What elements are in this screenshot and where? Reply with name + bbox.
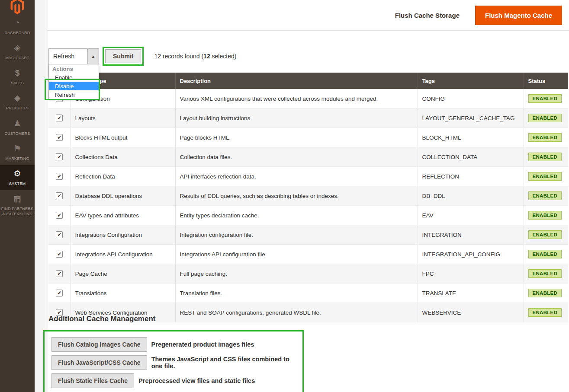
row-checkbox[interactable]: ✔ bbox=[56, 192, 63, 199]
row-checkbox[interactable]: ✔ bbox=[56, 173, 63, 180]
sales-icon: $ bbox=[15, 69, 20, 78]
sidebar-item-label: MAGICCART bbox=[5, 55, 29, 61]
table-row: ✔ Integrations API Configuration Integra… bbox=[48, 245, 568, 264]
mass-action-dropdown: Actions Enable Disable Refresh bbox=[48, 64, 99, 99]
records-found-text: 12 records found (12 selected) bbox=[154, 53, 236, 60]
description-cell: Various XML configurations that were col… bbox=[175, 89, 418, 108]
table-row: ✔ Reflection Data API interfaces reflect… bbox=[48, 167, 568, 186]
column-header-status: Status bbox=[524, 73, 568, 89]
status-badge: ENABLED bbox=[528, 211, 562, 220]
description-cell: Full page caching. bbox=[175, 264, 418, 284]
flush-catalog-images-cache-button[interactable]: Flush Catalog Images Cache bbox=[51, 337, 147, 352]
column-header-description: Description bbox=[175, 73, 418, 89]
status-badge: ENABLED bbox=[528, 153, 562, 161]
row-checkbox[interactable]: ✔ bbox=[56, 270, 63, 277]
sidebar-item-label: FIND PARTNERS & EXTENSIONS bbox=[1, 206, 34, 217]
status-badge: ENABLED bbox=[528, 250, 562, 258]
dropdown-option-disable[interactable]: Disable bbox=[49, 82, 99, 90]
sidebar-item-label: DASHBOARD bbox=[5, 30, 30, 35]
sidebar-item-marketing[interactable]: ⚑ MARKETING bbox=[0, 140, 35, 165]
column-header-tags: Tags bbox=[418, 73, 524, 89]
row-checkbox[interactable]: ✔ bbox=[56, 115, 63, 121]
records-count: 12 bbox=[154, 53, 161, 60]
sidebar-item-customers[interactable]: ♟ CUSTOMERS bbox=[0, 115, 35, 140]
row-checkbox[interactable]: ✔ bbox=[56, 290, 63, 296]
magento-logo[interactable] bbox=[10, 0, 24, 14]
table-row: ✔ Database DDL operations Results of DDL… bbox=[48, 186, 568, 206]
additional-cache-annotation-box: Flush Catalog Images Cache Pregenerated … bbox=[43, 330, 304, 392]
magiccart-icon: ◈ bbox=[14, 44, 21, 53]
description-cell: Entity types declaration cache. bbox=[175, 206, 418, 225]
flush-catalog-images-row: Flush Catalog Images Cache Pregenerated … bbox=[51, 337, 296, 352]
customers-icon: ♟ bbox=[13, 119, 21, 129]
extensions-icon: ▦ bbox=[13, 194, 21, 204]
table-row: ✔ Translations Translation files. TRANSL… bbox=[48, 284, 568, 303]
dropdown-group-label: Actions bbox=[49, 64, 99, 73]
selected-label: selected) bbox=[210, 53, 237, 60]
tags-cell: EAV bbox=[418, 206, 524, 225]
sidebar-item-dashboard[interactable]: ◔ DASHBOARD bbox=[0, 14, 35, 39]
flush-catalog-images-description: Pregenerated product images files bbox=[151, 341, 254, 348]
table-row: ✔ Page Cache Full page caching. FPC ENAB… bbox=[48, 264, 568, 284]
status-badge: ENABLED bbox=[528, 191, 562, 200]
tags-cell: DB_DDL bbox=[418, 186, 524, 206]
select-arrow-icon[interactable]: ▲ bbox=[87, 49, 99, 64]
flush-js-css-row: Flush JavaScript/CSS Cache Themes JavaSc… bbox=[51, 355, 296, 370]
cache-type-cell: Page Cache bbox=[71, 264, 175, 284]
flush-static-files-cache-button[interactable]: Flush Static Files Cache bbox=[51, 373, 134, 388]
sidebar-item-system[interactable]: ⚙ SYSTEM bbox=[0, 165, 35, 190]
cache-type-cell: Integrations API Configuration bbox=[71, 245, 175, 264]
submit-button[interactable]: Submit bbox=[105, 49, 141, 63]
description-cell: Translation files. bbox=[175, 284, 418, 303]
cache-type-cell: Database DDL operations bbox=[71, 186, 175, 206]
tags-cell: BLOCK_HTML bbox=[418, 128, 524, 147]
dropdown-option-refresh[interactable]: Refresh bbox=[49, 90, 99, 99]
sidebar-item-label: SYSTEM bbox=[9, 181, 26, 186]
flush-cache-storage-button[interactable]: Flush Cache Storage bbox=[392, 11, 462, 19]
magento-logo-icon bbox=[10, 0, 24, 14]
description-cell: Results of DDL queries, such as describi… bbox=[175, 186, 418, 206]
description-cell: Integrations API configuration file. bbox=[175, 245, 418, 264]
description-cell: REST and SOAP configurations, generated … bbox=[175, 303, 418, 322]
row-checkbox[interactable]: ✔ bbox=[56, 251, 63, 258]
sidebar-item-sales[interactable]: $ SALES bbox=[0, 64, 35, 89]
marketing-icon: ⚑ bbox=[13, 144, 21, 154]
flush-static-files-description: Preprocessed view files and static files bbox=[138, 377, 255, 384]
cache-type-cell: Integrations Configuration bbox=[71, 225, 175, 245]
status-badge: ENABLED bbox=[528, 133, 562, 142]
row-checkbox[interactable]: ✔ bbox=[56, 231, 63, 238]
table-row: ✔ EAV types and attributes Entity types … bbox=[48, 206, 568, 225]
dropdown-option-enable[interactable]: Enable bbox=[49, 73, 99, 82]
cache-type-cell: Collections Data bbox=[71, 147, 175, 167]
row-checkbox[interactable]: ✔ bbox=[56, 212, 63, 219]
grid-toolbar: Refresh ▲ Submit 12 records found (12 se… bbox=[48, 47, 236, 66]
row-checkbox[interactable]: ✔ bbox=[56, 134, 63, 141]
tags-cell: LAYOUT_GENERAL_CACHE_TAG bbox=[418, 108, 524, 128]
status-badge: ENABLED bbox=[528, 172, 562, 181]
tags-cell: COLLECTION_DATA bbox=[418, 147, 524, 167]
flush-magento-cache-button[interactable]: Flush Magento Cache bbox=[475, 6, 562, 25]
sidebar-item-label: MARKETING bbox=[5, 156, 29, 161]
cache-table: ✔ Cache Type Description Tags Status ✔ C… bbox=[48, 73, 568, 322]
sidebar-item-find-partners-extensions[interactable]: ▦ FIND PARTNERS & EXTENSIONS bbox=[0, 190, 35, 220]
status-badge: ENABLED bbox=[528, 289, 562, 297]
mass-action-select[interactable]: Refresh ▲ bbox=[48, 48, 99, 64]
additional-cache-heading: Additional Cache Management bbox=[48, 315, 155, 323]
admin-sidebar: ◔ DASHBOARD ◈ MAGICCART $ SALES ◆ PRODUC… bbox=[0, 0, 35, 392]
sidebar-item-label: SALES bbox=[11, 80, 24, 86]
submit-annotation-box: Submit bbox=[103, 47, 144, 66]
sidebar-item-products[interactable]: ◆ PRODUCTS bbox=[0, 89, 35, 115]
row-checkbox[interactable]: ✔ bbox=[56, 153, 63, 160]
flush-static-files-row: Flush Static Files Cache Preprocessed vi… bbox=[51, 373, 296, 388]
tags-cell: REFLECTION bbox=[418, 167, 524, 186]
status-badge: ENABLED bbox=[528, 308, 562, 317]
products-icon: ◆ bbox=[14, 94, 21, 103]
table-row: ✔ Blocks HTML output Page blocks HTML. B… bbox=[48, 128, 568, 147]
records-found-label: records found ( bbox=[161, 53, 203, 60]
tags-cell: WEBSERVICE bbox=[418, 303, 524, 322]
sidebar-item-magiccart[interactable]: ◈ MAGICCART bbox=[0, 39, 35, 64]
cache-type-cell: Translations bbox=[71, 284, 175, 303]
flush-javascript-css-cache-button[interactable]: Flush JavaScript/CSS Cache bbox=[51, 355, 147, 370]
description-cell: Collection data files. bbox=[175, 147, 418, 167]
tags-cell: CONFIG bbox=[418, 89, 524, 108]
